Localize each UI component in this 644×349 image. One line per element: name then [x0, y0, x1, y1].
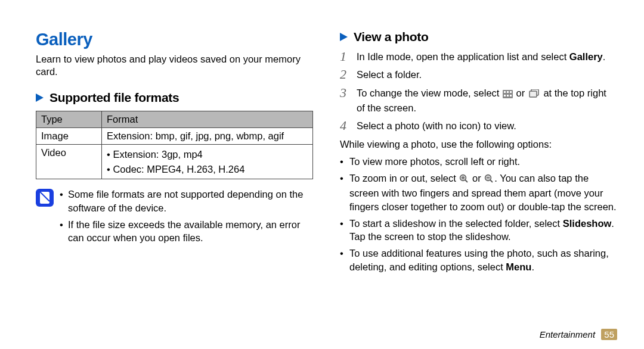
svg-line-16	[490, 180, 493, 182]
stack-view-icon	[528, 88, 540, 101]
section-view-photo: View a photo	[340, 30, 617, 44]
zoom-in-icon	[459, 173, 469, 186]
intro-text: Learn to view photos and play videos sav…	[36, 53, 313, 79]
chevron-right-icon	[340, 33, 348, 41]
options-intro: While viewing a photo, use the following…	[340, 138, 617, 151]
step-text: or	[513, 88, 528, 98]
step-item: Select a photo (with no icon) to view.	[340, 119, 617, 132]
step-item: Select a folder.	[340, 68, 617, 81]
formats-table: Type Format Image Extension: bmp, gif, j…	[36, 111, 313, 180]
steps-list: In Idle mode, open the application list …	[340, 50, 617, 132]
opt-text: To start a slideshow in the selected fol…	[349, 218, 563, 229]
option-item: To start a slideshow in the selected fol…	[340, 217, 617, 244]
footer-section: Entertainment	[540, 329, 595, 339]
svg-line-12	[465, 180, 467, 182]
step-text: To change the view mode, select	[357, 88, 502, 98]
opt-text: To use additional features using the pho…	[349, 248, 609, 272]
step-text: .	[603, 51, 606, 62]
note-item: Some file formats are not supported depe…	[60, 188, 313, 214]
step-item: In Idle mode, open the application list …	[340, 50, 617, 63]
table-cell-video-type: Video	[36, 144, 102, 179]
opt-text: .	[531, 261, 534, 272]
svg-rect-6	[504, 95, 506, 96]
table-cell-image-format: Extension: bmp, gif, jpg, png, wbmp, agi…	[102, 127, 313, 144]
zoom-out-icon	[484, 173, 494, 186]
note-icon	[36, 189, 54, 207]
opt-text: To zoom in or out, select	[349, 173, 459, 183]
svg-rect-4	[507, 91, 509, 93]
right-column: View a photo In Idle mode, open the appl…	[340, 30, 617, 331]
svg-rect-5	[510, 91, 512, 93]
section-heading: Supported file formats	[49, 91, 179, 105]
page-footer: Entertainment 55	[540, 329, 617, 339]
note-item: If the file size exceeds the available m…	[60, 218, 313, 245]
section-supported-formats: Supported file formats	[36, 91, 313, 105]
opt-bold: Slideshow	[563, 218, 612, 229]
left-column: Gallery Learn to view photos and play vi…	[36, 30, 313, 331]
video-ext: Extension: 3gp, mp4	[113, 149, 202, 160]
page-number: 55	[601, 329, 617, 340]
option-item: To zoom in or out, select or . You can a…	[340, 172, 617, 213]
grid-view-icon	[503, 88, 513, 101]
video-codec: Codec: MPEG4, H.263, H.264	[113, 164, 244, 174]
options-list: To view more photos, scroll left or righ…	[340, 155, 617, 273]
option-item: To view more photos, scroll left or righ…	[340, 155, 617, 168]
page-title: Gallery	[36, 30, 313, 49]
section-heading: View a photo	[354, 30, 429, 44]
note-block: Some file formats are not supported depe…	[36, 188, 313, 248]
opt-bold: Menu	[506, 261, 531, 272]
option-item: To use additional features using the pho…	[340, 247, 617, 273]
manual-page: Gallery Learn to view photos and play vi…	[0, 0, 644, 349]
table-header-type: Type	[36, 111, 102, 127]
table-header-format: Format	[102, 111, 313, 127]
svg-rect-10	[530, 91, 537, 97]
step-bold: Gallery	[569, 51, 603, 62]
table-cell-video-format: • Extension: 3gp, mp4 • Codec: MPEG4, H.…	[102, 144, 313, 179]
opt-text: or	[469, 173, 484, 183]
table-cell-image-type: Image	[36, 127, 102, 144]
svg-rect-8	[510, 95, 512, 96]
step-text: In Idle mode, open the application list …	[357, 51, 569, 62]
step-item: To change the view mode, select or at th…	[340, 86, 617, 115]
svg-rect-3	[504, 91, 506, 93]
svg-rect-7	[507, 95, 509, 96]
chevron-right-icon	[36, 94, 44, 102]
